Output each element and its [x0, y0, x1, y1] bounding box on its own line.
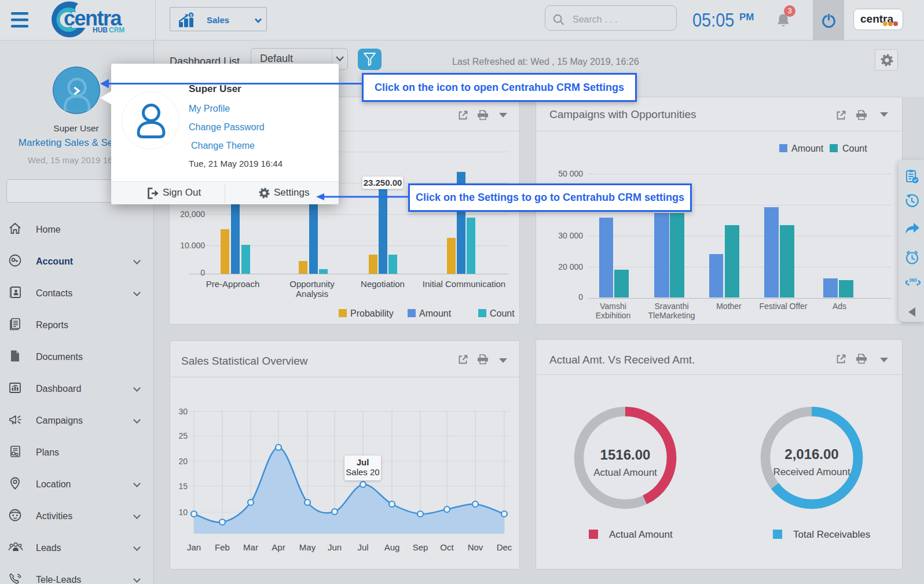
svg-text:HUB: HUB: [93, 26, 108, 34]
svg-text:$: $: [190, 13, 193, 18]
svg-text:CRM: CRM: [109, 26, 124, 34]
svg-text:360: 360: [909, 277, 917, 283]
